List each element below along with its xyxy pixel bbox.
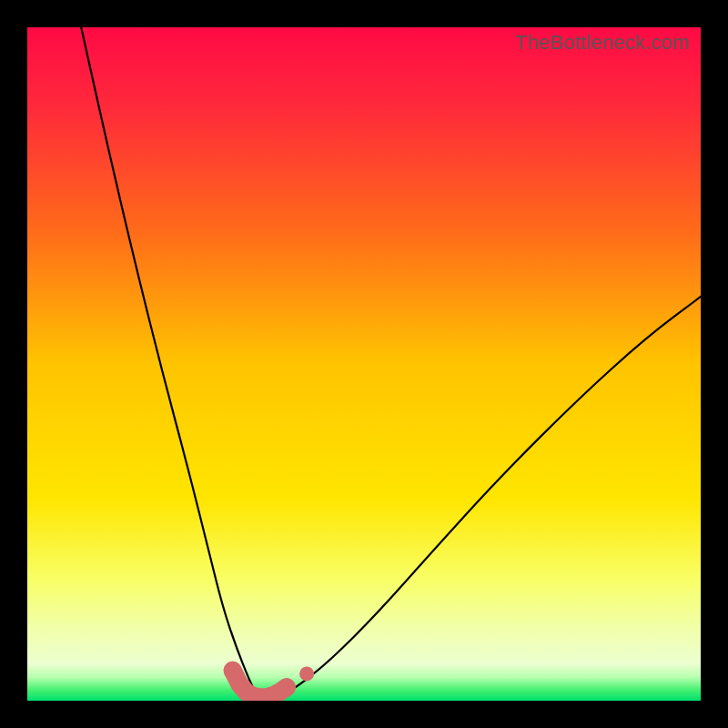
sweet-spot-end [278, 678, 296, 696]
sweet-spot-markers [27, 27, 701, 701]
plot-area: TheBottleneck.com [27, 27, 701, 701]
chart-frame: TheBottleneck.com [27, 27, 701, 701]
sweet-spot-outlier-dot [299, 666, 314, 681]
watermark-text: TheBottleneck.com [515, 31, 690, 55]
sweet-spot-end [224, 662, 242, 680]
